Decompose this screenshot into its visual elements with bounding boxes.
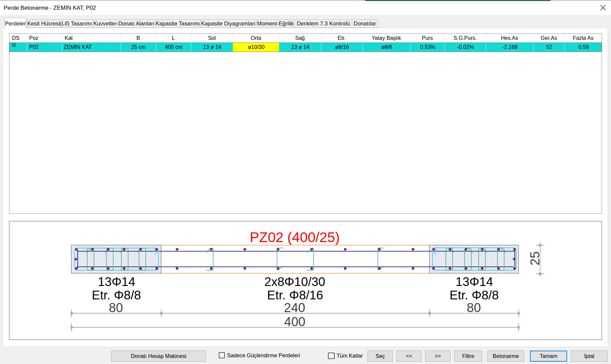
svg-text:Etr. Φ8/8: Etr. Φ8/8 (92, 288, 141, 302)
svg-text:PZ02 (400/25): PZ02 (400/25) (250, 229, 340, 245)
svg-text:240: 240 (284, 301, 305, 315)
svg-text:Etr. Φ8/16: Etr. Φ8/16 (267, 288, 323, 302)
svg-text:80: 80 (109, 301, 123, 315)
svg-text:13Φ14: 13Φ14 (98, 275, 135, 289)
svg-text:Etr. Φ8/8: Etr. Φ8/8 (450, 288, 499, 302)
svg-text:25: 25 (528, 251, 542, 265)
svg-text:2x8Φ10/30: 2x8Φ10/30 (264, 275, 325, 289)
svg-text:13Φ14: 13Φ14 (456, 275, 493, 289)
svg-text:80: 80 (467, 301, 481, 315)
svg-text:400: 400 (284, 315, 305, 329)
